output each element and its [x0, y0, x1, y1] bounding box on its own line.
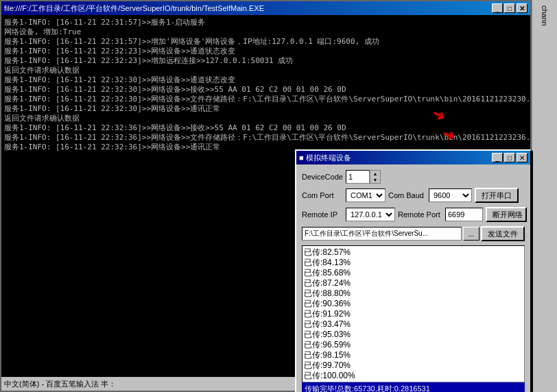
status-text: 传输完毕!总数:65730,耗时:0.2816531	[305, 384, 430, 393]
remote-ip-row: Remote IP 127.0.0.1 Remote Port 断开网络	[302, 207, 525, 222]
device-code-row: DeviceCode ▲ ▼	[302, 170, 525, 184]
progress-line-8: 已传:93.47%	[304, 319, 523, 330]
terminal-line-5: 服务1-INFO: [16-11-21 22:32:23]>>增加远程连接>>1…	[4, 56, 528, 66]
modal-title: ■ 模拟终端设备	[299, 153, 351, 163]
remote-port-input[interactable]	[445, 208, 483, 221]
terminal-line-7: 服务1-INFO: [16-11-21 22:32:30]>>网络设备>>通道状…	[4, 75, 528, 85]
progress-area: 已传:82.57% 已传:84.13% 已传:85.68% 已传:87.24% …	[302, 245, 525, 382]
channel-bar: chann	[532, 0, 557, 392]
file-path-input[interactable]	[302, 227, 462, 241]
remote-ip-label: Remote IP	[302, 210, 343, 219]
progress-line-5: 已传:88.80%	[304, 289, 523, 299]
terminal-line-10: 服务1-INFO: [16-11-21 22:32:30]>>网络设备>>通讯正…	[4, 104, 528, 114]
progress-line-10: 已传:96.59%	[304, 340, 523, 350]
send-file-button[interactable]: 发送文件	[481, 226, 525, 241]
terminal-line-4: 服务1-INFO: [16-11-21 22:32:23]>>网络设备>>通道状…	[4, 47, 528, 56]
device-code-up-button[interactable]: ▲	[370, 171, 380, 177]
com-port-row: Com Port COM1 COM2 COM3 Com Baud 9600 19…	[302, 188, 525, 203]
terminal-title: file:///F:/工作目录/工作区/平台软件/ServerSuperIO/t…	[4, 3, 264, 14]
device-code-input[interactable]	[346, 170, 370, 184]
com-baud-label: Com Baud	[388, 191, 426, 199]
progress-line-4: 已传:87.24%	[304, 278, 523, 289]
device-code-spinner: ▲ ▼	[346, 170, 381, 184]
modal-close-button[interactable]: ✕	[517, 153, 528, 162]
terminal-line-8: 服务1-INFO: [16-11-21 22:32:30]>>网络设备>>接收>…	[4, 85, 528, 95]
modal-dialog: ■ 模拟终端设备 _ □ ✕ DeviceCode ▲ ▼ Com Port C…	[295, 149, 532, 392]
progress-line-12: 已传:99.70%	[304, 360, 523, 371]
terminal-line-9: 服务1-INFO: [16-11-21 22:32:30]>>网络设备>>文件存…	[4, 95, 528, 104]
terminal-controls: _ □ ✕	[492, 3, 528, 13]
terminal-minimize-button[interactable]: _	[492, 3, 503, 13]
disconnect-button[interactable]: 断开网络	[486, 207, 527, 222]
terminal-close-button[interactable]: ✕	[517, 3, 528, 13]
com-baud-select[interactable]: 9600 19200 115200	[429, 188, 472, 202]
device-code-arrows: ▲ ▼	[370, 170, 381, 184]
remote-ip-select[interactable]: 127.0.0.1	[346, 208, 395, 221]
file-path-row: ... 发送文件	[302, 226, 525, 241]
terminal-titlebar: file:///F:/工作目录/工作区/平台软件/ServerSuperIO/t…	[1, 1, 530, 15]
com-port-select[interactable]: COM1 COM2 COM3	[346, 188, 386, 202]
progress-line-11: 已传:98.15%	[304, 350, 523, 360]
terminal-line-1: 服务1-INFO: [16-11-21 22:31:57]>>服务1-启动服务	[4, 18, 528, 27]
progress-line-6: 已传:90.36%	[304, 299, 523, 309]
progress-status-bar: 传输完毕!总数:65730,耗时:0.2816531	[302, 382, 525, 392]
terminal-line-11: 返回文件请求确认数据	[4, 114, 528, 123]
progress-line-9: 已传:95.03%	[304, 330, 523, 340]
progress-line-3: 已传:85.68%	[304, 268, 523, 278]
device-code-label: DeviceCode	[302, 173, 343, 181]
progress-line-1: 已传:82.57%	[304, 247, 523, 258]
channel-text: chann	[541, 5, 549, 26]
terminal-line-2: 网络设备, 增加:True	[4, 27, 528, 37]
modal-maximize-button[interactable]: □	[504, 153, 515, 162]
progress-line-2: 已传:84.13%	[304, 258, 523, 268]
modal-minimize-button[interactable]: _	[492, 153, 503, 162]
terminal-line-6: 返回文件请求确认数据	[4, 66, 528, 75]
device-code-down-button[interactable]: ▼	[370, 177, 380, 183]
terminal-line-3: 服务1-INFO: [16-11-21 22:31:57]>>增加'网络设备'网…	[4, 37, 528, 47]
modal-controls: _ □ ✕	[492, 153, 528, 162]
com-port-label: Com Port	[302, 191, 343, 199]
remote-port-label: Remote Port	[398, 210, 442, 219]
terminal-maximize-button[interactable]: □	[504, 3, 515, 13]
modal-titlebar: ■ 模拟终端设备 _ □ ✕	[296, 151, 530, 164]
browse-button[interactable]: ...	[463, 227, 479, 241]
modal-body: DeviceCode ▲ ▼ Com Port COM1 COM2 COM3 C…	[296, 164, 530, 392]
progress-line-13: 已传:100.00%	[304, 371, 523, 381]
progress-line-7: 已传:91.92%	[304, 309, 523, 319]
open-port-button[interactable]: 打开串口	[475, 188, 519, 203]
